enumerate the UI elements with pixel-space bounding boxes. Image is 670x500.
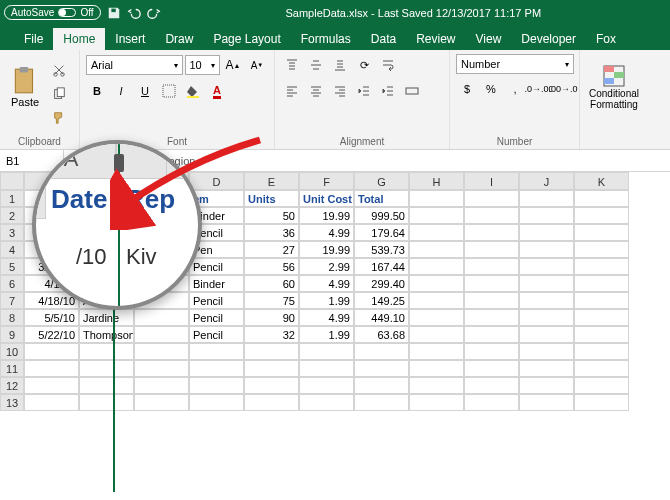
align-bottom-icon[interactable] — [329, 54, 351, 76]
cell[interactable]: 75 — [244, 292, 299, 309]
cell[interactable] — [574, 326, 629, 343]
cell[interactable]: Pencil — [189, 326, 244, 343]
cell[interactable] — [464, 309, 519, 326]
cell[interactable] — [519, 326, 574, 343]
cell[interactable] — [189, 377, 244, 394]
cut-icon[interactable] — [48, 59, 70, 81]
cell[interactable] — [409, 190, 464, 207]
cell[interactable]: 2.99 — [299, 258, 354, 275]
cell[interactable] — [409, 394, 464, 411]
cell[interactable]: 539.73 — [354, 241, 409, 258]
cell[interactable]: 4.99 — [299, 309, 354, 326]
tab-file[interactable]: File — [14, 28, 53, 50]
row-header[interactable]: 3 — [0, 224, 24, 241]
copy-icon[interactable] — [48, 83, 70, 105]
align-left-icon[interactable] — [281, 80, 303, 102]
tab-view[interactable]: View — [466, 28, 512, 50]
cell[interactable] — [79, 377, 134, 394]
cell[interactable] — [574, 343, 629, 360]
cell[interactable]: 27 — [244, 241, 299, 258]
underline-button[interactable]: U — [134, 80, 156, 102]
tab-insert[interactable]: Insert — [105, 28, 155, 50]
formula-input[interactable]: Region — [155, 155, 670, 167]
tab-page-layout[interactable]: Page Layout — [203, 28, 290, 50]
cell[interactable] — [574, 394, 629, 411]
cell[interactable] — [134, 343, 189, 360]
cell[interactable] — [134, 394, 189, 411]
cell[interactable] — [134, 377, 189, 394]
column-header[interactable]: I — [464, 172, 519, 190]
cell[interactable]: 60 — [244, 275, 299, 292]
cell[interactable]: Binder — [189, 275, 244, 292]
cell[interactable] — [299, 394, 354, 411]
cell[interactable] — [519, 360, 574, 377]
cell[interactable] — [409, 377, 464, 394]
bold-button[interactable]: B — [86, 80, 108, 102]
cell[interactable] — [574, 207, 629, 224]
cell[interactable] — [189, 360, 244, 377]
cell[interactable]: Pencil — [189, 292, 244, 309]
font-size-combo[interactable]: 10▾ — [185, 55, 221, 75]
row-header[interactable]: 2 — [0, 207, 24, 224]
column-header[interactable]: J — [519, 172, 574, 190]
wrap-text-icon[interactable] — [377, 54, 399, 76]
cell[interactable]: 5/22/10 — [24, 326, 79, 343]
conditional-formatting-button[interactable]: Conditional Formatting — [586, 54, 642, 120]
cell[interactable]: Jardine — [79, 309, 134, 326]
borders-icon[interactable] — [158, 80, 180, 102]
cell[interactable]: 449.10 — [354, 309, 409, 326]
cell[interactable] — [519, 292, 574, 309]
tab-formulas[interactable]: Formulas — [291, 28, 361, 50]
row-header[interactable]: 10 — [0, 343, 24, 360]
comma-format-icon[interactable]: , — [504, 78, 526, 100]
cell[interactable] — [244, 360, 299, 377]
cell[interactable] — [24, 343, 79, 360]
cell[interactable]: Pencil — [189, 258, 244, 275]
cell[interactable] — [574, 241, 629, 258]
cell[interactable]: Total — [354, 190, 409, 207]
cell[interactable] — [79, 343, 134, 360]
cell[interactable]: 167.44 — [354, 258, 409, 275]
orientation-icon[interactable]: ⟳ — [353, 54, 375, 76]
cell[interactable]: 90 — [244, 309, 299, 326]
cell[interactable] — [574, 275, 629, 292]
cell[interactable] — [519, 224, 574, 241]
cell[interactable]: 4.99 — [299, 275, 354, 292]
column-header[interactable]: D — [189, 172, 244, 190]
cell[interactable] — [79, 360, 134, 377]
cell[interactable] — [134, 326, 189, 343]
cell[interactable] — [354, 360, 409, 377]
cell[interactable] — [464, 394, 519, 411]
cell[interactable] — [464, 190, 519, 207]
cell[interactable] — [354, 343, 409, 360]
cell[interactable] — [464, 224, 519, 241]
cell[interactable] — [409, 258, 464, 275]
cell[interactable] — [134, 309, 189, 326]
merge-icon[interactable] — [401, 80, 423, 102]
cell[interactable] — [464, 292, 519, 309]
cell[interactable] — [244, 394, 299, 411]
cell[interactable] — [464, 343, 519, 360]
cell[interactable] — [409, 224, 464, 241]
cell[interactable] — [464, 326, 519, 343]
cell[interactable] — [519, 190, 574, 207]
cell[interactable] — [464, 377, 519, 394]
increase-indent-icon[interactable] — [377, 80, 399, 102]
cell[interactable]: 56 — [244, 258, 299, 275]
cell[interactable] — [574, 292, 629, 309]
cell[interactable] — [409, 360, 464, 377]
row-header[interactable]: 1 — [0, 190, 24, 207]
cell[interactable]: Unit Cost — [299, 190, 354, 207]
cell[interactable]: 36 — [244, 224, 299, 241]
align-center-icon[interactable] — [305, 80, 327, 102]
redo-icon[interactable] — [147, 6, 161, 20]
cell[interactable]: Units — [244, 190, 299, 207]
cell[interactable] — [464, 258, 519, 275]
cell[interactable] — [409, 326, 464, 343]
cell[interactable] — [519, 377, 574, 394]
cell[interactable] — [464, 207, 519, 224]
cell[interactable] — [409, 343, 464, 360]
row-header[interactable]: 11 — [0, 360, 24, 377]
row-header[interactable]: 8 — [0, 309, 24, 326]
row-header[interactable]: 5 — [0, 258, 24, 275]
